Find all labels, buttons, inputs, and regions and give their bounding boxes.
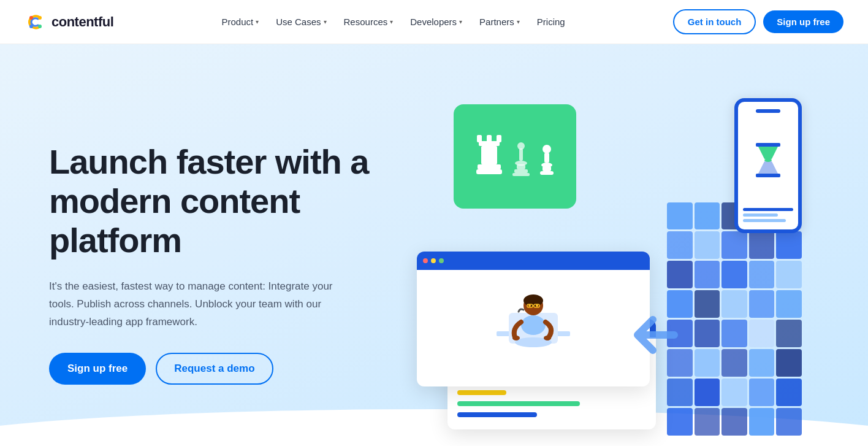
nav-link-usecases[interactable]: Use Cases ▾ xyxy=(268,12,333,32)
grid-cell xyxy=(721,290,747,318)
chevron-down-icon: ▾ xyxy=(324,18,327,25)
svg-rect-21 xyxy=(542,166,551,171)
svg-marker-24 xyxy=(758,147,778,159)
browser-dot-green xyxy=(439,258,444,263)
nav-link-pricing[interactable]: Pricing xyxy=(530,12,573,32)
nav-item-usecases: Use Cases ▾ xyxy=(268,12,333,32)
grid-cell xyxy=(667,379,693,406)
grid-cell xyxy=(776,408,802,436)
browser-window-1 xyxy=(417,252,650,386)
chevron-down-icon: ▾ xyxy=(256,18,259,25)
chess-pieces xyxy=(474,135,556,178)
chevron-down-icon: ▾ xyxy=(390,18,393,25)
chess-bishop-icon xyxy=(509,141,533,178)
svg-point-26 xyxy=(764,158,772,162)
get-in-touch-button[interactable]: Get in touch xyxy=(673,9,756,34)
hero-title: Launch faster with a modern content plat… xyxy=(49,142,392,261)
hero-section: Launch faster with a modern content plat… xyxy=(0,44,868,446)
chess-card xyxy=(454,104,576,209)
contentful-logo-icon xyxy=(25,11,47,33)
browser-content-1 xyxy=(417,270,650,386)
hero-content: Launch faster with a modern content plat… xyxy=(49,142,417,385)
svg-point-1 xyxy=(29,16,33,20)
grid-cell xyxy=(721,231,747,259)
chevron-down-icon: ▾ xyxy=(517,18,520,25)
hero-signup-button[interactable]: Sign up free xyxy=(49,353,146,385)
grid-cell xyxy=(695,320,720,347)
grid-cell xyxy=(695,231,720,259)
hero-buttons: Sign up free Request a demo xyxy=(49,353,392,385)
grid-cell xyxy=(776,379,802,406)
phone-mockup xyxy=(734,98,802,233)
grid-cell xyxy=(749,261,775,288)
grid-cell xyxy=(776,349,802,377)
chevron-down-icon: ▾ xyxy=(459,18,462,25)
browser-dot-red xyxy=(423,258,428,263)
svg-rect-17 xyxy=(512,173,530,176)
grid-cell xyxy=(776,290,802,318)
content-bar-blue xyxy=(457,412,537,417)
nav-item-partners: Partners ▾ xyxy=(472,12,527,32)
svg-rect-13 xyxy=(519,148,523,161)
svg-rect-22 xyxy=(540,171,554,175)
grid-cell xyxy=(749,408,775,436)
svg-rect-15 xyxy=(517,164,525,169)
content-bar-yellow xyxy=(457,390,506,395)
svg-rect-11 xyxy=(476,169,502,174)
nav-actions: Get in touch Sign up free xyxy=(673,9,843,34)
grid-cell xyxy=(749,379,775,406)
svg-rect-27 xyxy=(756,174,780,177)
logo-text: contentful xyxy=(51,14,113,30)
grid-cell xyxy=(695,202,720,230)
nav-signup-button[interactable]: Sign up free xyxy=(763,10,843,33)
hero-illustration xyxy=(417,92,802,436)
grid-cell xyxy=(695,290,720,318)
svg-point-40 xyxy=(544,336,551,340)
nav-links: Product ▾ Use Cases ▾ Resources ▾ Develo… xyxy=(214,12,572,32)
blue-grid xyxy=(667,202,802,436)
content-bar-green xyxy=(457,401,580,406)
svg-point-0 xyxy=(25,11,47,33)
chess-rook-icon xyxy=(474,135,504,178)
grid-cell xyxy=(749,320,775,347)
nav-link-developers[interactable]: Developers ▾ xyxy=(403,12,470,32)
grid-cell xyxy=(667,261,693,288)
logo-link[interactable]: contentful xyxy=(25,11,113,33)
svg-rect-23 xyxy=(756,143,780,147)
grid-cell xyxy=(721,349,747,377)
navbar: contentful Product ▾ Use Cases ▾ Resourc… xyxy=(0,0,868,44)
nav-item-resources: Resources ▾ xyxy=(337,12,401,32)
grid-cell xyxy=(695,261,720,288)
grid-cell xyxy=(667,202,693,230)
phone-bar-2 xyxy=(743,213,778,217)
hero-demo-button[interactable]: Request a demo xyxy=(156,353,273,385)
grid-cell xyxy=(776,261,802,288)
svg-point-18 xyxy=(542,145,551,153)
svg-point-39 xyxy=(512,336,520,340)
grid-cell xyxy=(721,408,747,436)
person-at-desk-icon xyxy=(478,288,588,368)
phone-bar-1 xyxy=(743,208,793,211)
svg-rect-10 xyxy=(478,164,501,169)
phone-bar-3 xyxy=(743,219,786,222)
browser-dot-yellow xyxy=(431,258,436,263)
chess-pawn-icon xyxy=(538,144,556,178)
nav-link-product[interactable]: Product ▾ xyxy=(214,12,266,32)
grid-cell xyxy=(695,349,720,377)
grid-cell xyxy=(721,379,747,406)
grid-cell xyxy=(695,408,720,436)
svg-point-38 xyxy=(521,315,546,335)
hourglass-icon xyxy=(753,140,783,180)
svg-point-2 xyxy=(38,16,42,20)
nav-link-partners[interactable]: Partners ▾ xyxy=(472,12,527,32)
phone-bars xyxy=(743,208,793,222)
svg-rect-9 xyxy=(481,146,497,164)
browser-bar-1 xyxy=(417,252,650,270)
svg-rect-16 xyxy=(514,169,528,173)
svg-point-3 xyxy=(29,25,33,28)
nav-link-resources[interactable]: Resources ▾ xyxy=(337,12,401,32)
svg-point-32 xyxy=(523,294,543,307)
grid-cell xyxy=(695,379,720,406)
nav-item-developers: Developers ▾ xyxy=(403,12,470,32)
svg-rect-19 xyxy=(544,153,549,163)
